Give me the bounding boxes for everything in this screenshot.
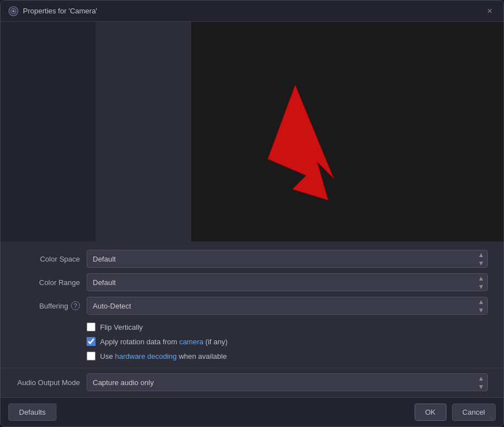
color-space-row: Color Space Default 709 601 2020 ▲ ▼	[1, 247, 503, 271]
title-bar-left: Properties for 'Camera'	[8, 6, 97, 16]
buffering-select[interactable]: Auto-Detect Enable Disable	[87, 297, 488, 315]
audio-output-row: Audio Output Mode Capture audio only Out…	[1, 371, 503, 394]
svg-point-2	[12, 10, 15, 12]
divider	[1, 368, 503, 368]
hardware-decoding-checkbox[interactable]	[87, 352, 96, 360]
grid-dots-icon: ⠿	[489, 416, 494, 423]
buffering-select-wrapper: Auto-Detect Enable Disable ▲ ▼	[87, 297, 488, 315]
preview-wrapper	[1, 22, 503, 241]
dialog-properties: Properties for 'Camera' × Color Space De…	[0, 0, 504, 427]
svg-marker-3	[268, 85, 334, 200]
flip-vertically-label[interactable]: Flip Vertically	[100, 323, 143, 331]
color-space-label: Color Space	[8, 255, 87, 263]
buffering-label: Buffering ?	[8, 301, 87, 310]
window-title: Properties for 'Camera'	[23, 7, 97, 15]
hardware-decoding-label[interactable]: Use hardware decoding when available	[100, 352, 227, 360]
buffering-row: Buffering ? Auto-Detect Enable Disable ▲…	[1, 294, 503, 317]
apply-rotation-row: Apply rotation data from camera (if any)	[87, 334, 496, 349]
right-buttons: OK Cancel	[415, 404, 496, 421]
audio-output-select-wrapper: Capture audio only Output audio to deskt…	[87, 373, 488, 391]
left-sidebar	[1, 22, 96, 241]
close-button[interactable]: ×	[484, 6, 496, 17]
hardware-decoding-highlight: hardware decoding	[115, 352, 177, 360]
flip-vertically-checkbox[interactable]	[87, 322, 96, 331]
obs-logo-icon	[8, 6, 18, 16]
hardware-decoding-row: Use hardware decoding when available	[87, 349, 496, 363]
audio-output-label: Audio Output Mode	[8, 378, 87, 387]
bottom-bar: Defaults OK Cancel	[1, 397, 503, 426]
color-range-select-wrapper: Default Full Partial ▲ ▼	[87, 273, 488, 291]
arrow-indicator-icon	[191, 22, 503, 241]
defaults-button[interactable]: Defaults	[8, 404, 56, 421]
buffering-help-icon[interactable]: ?	[71, 301, 80, 310]
color-space-select-wrapper: Default 709 601 2020 ▲ ▼	[87, 250, 488, 268]
apply-rotation-label[interactable]: Apply rotation data from camera (if any)	[100, 338, 227, 346]
color-space-select[interactable]: Default 709 601 2020	[87, 250, 488, 268]
flip-vertically-row: Flip Vertically	[87, 320, 496, 334]
color-range-label: Color Range	[8, 278, 87, 287]
settings-section: Color Space Default 709 601 2020 ▲ ▼ Col…	[1, 241, 503, 397]
apply-rotation-checkbox[interactable]	[87, 337, 96, 346]
color-range-row: Color Range Default Full Partial ▲ ▼	[1, 271, 503, 294]
preview-area	[191, 22, 503, 241]
rotation-camera-highlight: camera	[179, 338, 203, 346]
ok-button[interactable]: OK	[415, 404, 446, 421]
checkboxes-section: Flip Vertically Apply rotation data from…	[1, 317, 503, 366]
color-range-select[interactable]: Default Full Partial	[87, 273, 488, 291]
audio-output-select[interactable]: Capture audio only Output audio to deskt…	[87, 373, 488, 391]
title-bar: Properties for 'Camera' ×	[1, 1, 503, 22]
